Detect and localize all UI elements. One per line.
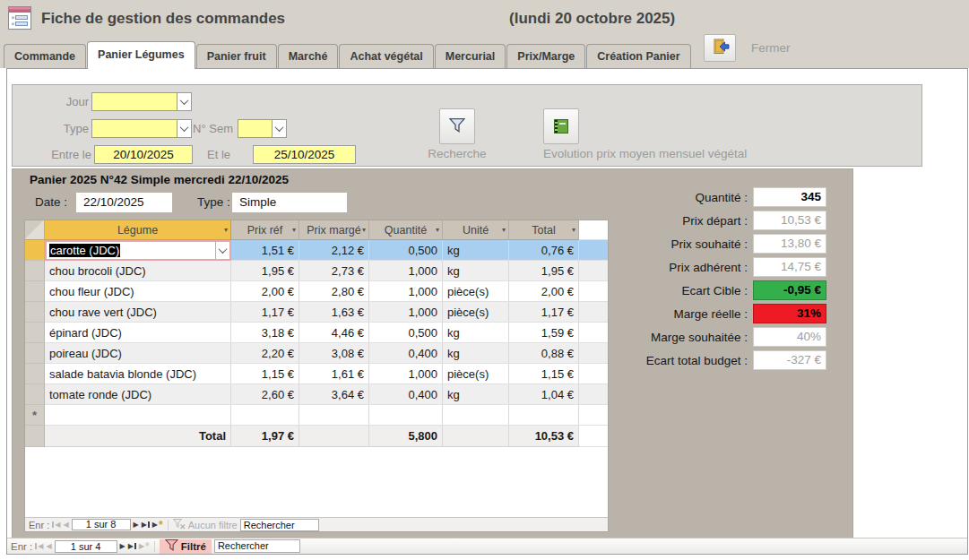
tab-mercurial[interactable]: Mercurial [435, 44, 506, 68]
cell-legume[interactable]: chou fleur (JDC) [45, 281, 231, 302]
cell-unite[interactable]: pièce(s) [443, 364, 509, 384]
cell-total[interactable]: 1,17 € [509, 302, 579, 323]
new-record-button[interactable]: ▶* [152, 521, 163, 529]
date-field[interactable]: 22/10/2025 [76, 193, 172, 212]
cell-legume[interactable] [45, 405, 231, 426]
last-record-button[interactable]: ▶ [128, 543, 136, 550]
type-value[interactable] [91, 119, 177, 138]
new-record-button[interactable]: ▶* [139, 543, 150, 550]
cell-unite[interactable]: kg [443, 323, 509, 343]
cell-prix-marge[interactable]: 3,64 € [299, 384, 369, 405]
filtered-indicator[interactable]: Filtré [160, 539, 212, 554]
cell-legume[interactable]: poireau (JDC) [45, 343, 231, 364]
column-header-total[interactable]: Total▾ [509, 220, 579, 240]
cell-quantite[interactable]: 0,400 [369, 384, 443, 405]
row-selector[interactable] [25, 364, 45, 384]
tab-achat-vegetal[interactable]: Achat végétal [339, 44, 433, 68]
cell-unite[interactable]: pièce(s) [443, 302, 509, 323]
cell-total[interactable] [509, 405, 579, 426]
column-header-unite[interactable]: Unité▾ [443, 220, 509, 240]
column-dropdown-icon[interactable]: ▾ [224, 226, 228, 234]
cell-quantite[interactable]: 1,000 [369, 302, 443, 323]
cell-unite[interactable]: pièce(s) [443, 281, 509, 302]
cell-unite[interactable]: kg [443, 240, 509, 261]
cell-prix-ref[interactable]: 3,18 € [231, 323, 299, 343]
tab-commande[interactable]: Commande [4, 44, 86, 68]
cell-quantite[interactable]: 1,000 [369, 261, 443, 281]
cell-prix-marge[interactable]: 2,73 € [299, 261, 369, 281]
jour-combobox[interactable] [91, 92, 192, 111]
no-filter-indicator[interactable]: Aucun filtre [173, 519, 238, 531]
tab-prix-marge[interactable]: Prix/Marge [506, 44, 585, 68]
cell-prix-marge[interactable]: 4,46 € [299, 323, 369, 343]
next-record-button[interactable]: ▶ [134, 521, 139, 529]
cell-total[interactable]: 0,76 € [509, 240, 579, 261]
jour-value[interactable] [91, 92, 177, 111]
jour-dropdown-icon[interactable] [177, 92, 192, 111]
row-selector[interactable] [25, 240, 45, 261]
first-record-button[interactable]: ◀ [52, 521, 60, 529]
row-selector[interactable] [25, 261, 45, 281]
column-dropdown-icon[interactable]: ▾ [502, 226, 506, 234]
column-header-prix-marge[interactable]: Prix margé▾ [299, 220, 369, 240]
nsem-dropdown-icon[interactable] [272, 119, 287, 138]
cell-prix-ref[interactable]: 1,17 € [231, 302, 299, 323]
legume-combobox[interactable]: carotte (JDC) [45, 240, 231, 261]
legume-dropdown-icon[interactable] [215, 242, 229, 259]
cell-total[interactable]: 1,04 € [509, 384, 579, 405]
cell-quantite[interactable]: 0,500 [369, 240, 443, 261]
cell-prix-marge[interactable]: 3,08 € [299, 343, 369, 364]
cell-quantite[interactable]: 1,000 [369, 281, 443, 302]
cell-total[interactable]: 1,15 € [509, 364, 579, 384]
previous-record-button[interactable]: ◀ [63, 521, 68, 529]
cell-legume[interactable]: chou rave vert (JDC) [45, 302, 231, 323]
cell-unite[interactable] [443, 405, 509, 426]
tab-marche[interactable]: Marché [278, 44, 339, 68]
cell-quantite[interactable]: 1,000 [369, 364, 443, 384]
row-selector[interactable] [25, 343, 45, 364]
cell-quantite[interactable]: 0,500 [369, 323, 443, 343]
column-header-prix-ref[interactable]: Prix réf▾ [231, 220, 299, 240]
type-field[interactable]: Simple [232, 193, 347, 212]
search-records-input[interactable]: Rechercher [214, 539, 300, 553]
cell-total[interactable]: 1,59 € [509, 323, 579, 343]
record-position-box[interactable]: 1 sur 4 [55, 540, 117, 553]
first-record-button[interactable]: ◀ [35, 543, 43, 550]
column-dropdown-icon[interactable]: ▾ [292, 226, 296, 234]
et-le-field[interactable]: 25/10/2025 [253, 145, 356, 164]
cell-quantite[interactable] [369, 405, 443, 426]
cell-legume[interactable]: salade batavia blonde (JDC) [45, 364, 231, 384]
cell-prix-ref[interactable]: 1,51 € [231, 240, 299, 261]
previous-record-button[interactable]: ◀ [46, 543, 51, 550]
column-dropdown-icon[interactable]: ▾ [436, 226, 439, 234]
cell-prix-marge[interactable]: 2,80 € [299, 281, 369, 302]
cell-prix-marge[interactable]: 1,63 € [299, 302, 369, 323]
row-selector[interactable] [25, 302, 45, 323]
tab-panier-fruit[interactable]: Panier fruit [196, 44, 277, 68]
row-selector[interactable] [25, 281, 45, 302]
record-position-box[interactable]: 1 sur 8 [72, 519, 131, 530]
cell-prix-ref[interactable]: 1,95 € [231, 261, 299, 281]
cell-prix-marge[interactable]: 1,61 € [299, 364, 369, 384]
cell-prix-ref[interactable]: 2,60 € [231, 384, 299, 405]
nsem-value[interactable] [238, 119, 272, 138]
row-selector[interactable] [25, 384, 45, 405]
column-header-legume[interactable]: Légume▾ [45, 220, 231, 240]
cell-total[interactable]: 1,95 € [509, 261, 579, 281]
cell-legume[interactable]: chou brocoli (JDC) [45, 261, 231, 281]
cell-prix-ref[interactable]: 1,15 € [231, 364, 299, 384]
cell-unite[interactable]: kg [443, 261, 509, 281]
entre-le-field[interactable]: 20/10/2025 [94, 145, 193, 164]
column-dropdown-icon[interactable]: ▾ [362, 226, 366, 234]
cell-legume[interactable]: tomate ronde (JDC) [45, 384, 231, 405]
column-header-quantite[interactable]: Quantité▾ [369, 220, 443, 240]
cell-legume[interactable]: épinard (JDC) [45, 323, 231, 343]
search-records-input[interactable]: Rechercher [240, 519, 319, 531]
cell-prix-marge[interactable] [299, 405, 369, 426]
last-record-button[interactable]: ▶ [142, 521, 150, 529]
new-record-selector[interactable]: * [25, 405, 45, 426]
cell-total[interactable]: 2,00 € [509, 281, 579, 302]
cell-unite[interactable]: kg [443, 384, 509, 405]
cell-prix-ref[interactable] [231, 405, 299, 426]
close-form-button[interactable] [704, 34, 736, 62]
